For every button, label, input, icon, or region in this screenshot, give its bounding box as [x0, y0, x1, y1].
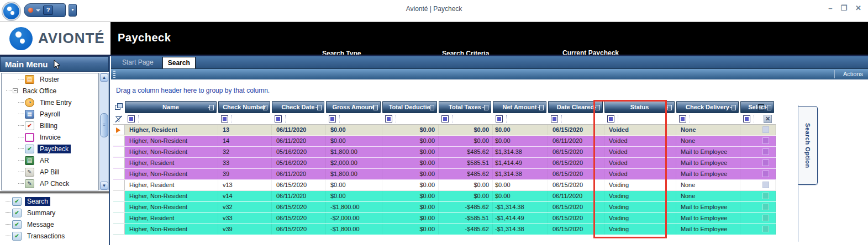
filter-cell-name[interactable] [125, 113, 218, 124]
column-header-name[interactable]: Name [125, 101, 217, 113]
row-select-checkbox[interactable] [762, 148, 769, 155]
column-header-gross_amount[interactable]: Gross Amount [326, 101, 381, 113]
pin-icon[interactable] [538, 105, 544, 110]
pin-icon[interactable] [372, 105, 378, 110]
row-marker-cell[interactable] [113, 180, 125, 190]
filter-button-icon[interactable] [385, 115, 392, 122]
column-header-select[interactable]: Select [740, 101, 774, 113]
row-select-checkbox[interactable] [762, 193, 769, 199]
scroll-thumb[interactable]: ≡ [100, 113, 108, 137]
sidebar-item-summary[interactable]: ✔Summary [1, 207, 109, 219]
tree-scrollbar[interactable]: ▲ ≡ ▼ [99, 73, 109, 190]
filter-cell-select[interactable]: ✕ [740, 113, 776, 124]
filter-button-icon[interactable] [551, 115, 558, 122]
table-row[interactable]: Higher, Residentv3306/15/2020-$2,000.00$… [113, 213, 776, 224]
restore-button[interactable]: ❐ [840, 4, 847, 12]
filter-button-icon[interactable] [221, 115, 228, 122]
row-select-checkbox[interactable] [762, 182, 769, 188]
row-select-checkbox[interactable] [762, 226, 769, 232]
pin-icon[interactable] [428, 105, 434, 110]
sidebar-item-ap-bill[interactable]: ✎AP Bill [2, 166, 98, 178]
filter-cell-total_deduction[interactable] [382, 113, 439, 124]
scroll-up-button[interactable]: ▲ [100, 73, 108, 82]
minimize-button[interactable]: – [828, 4, 832, 12]
filter-cell-check_date[interactable] [272, 113, 326, 124]
filter-cell-total_taxes[interactable] [439, 113, 493, 124]
tab-search[interactable]: Search [162, 57, 196, 68]
toolbar-grip-icon[interactable] [113, 71, 115, 78]
row-select-checkbox[interactable] [762, 171, 769, 177]
sidebar-item-back-office[interactable]: Back Office [2, 85, 98, 97]
pin-icon[interactable] [666, 105, 672, 110]
row-select-checkbox[interactable] [762, 204, 769, 210]
filter-button-icon[interactable] [275, 115, 282, 122]
sidebar-item-message[interactable]: ✔Message [1, 219, 109, 230]
filter-cell-check_delivery[interactable] [676, 113, 740, 124]
scroll-down-button[interactable]: ▼ [100, 182, 108, 190]
table-row[interactable]: Higher, Non-Resident3205/16/2020$1,800.0… [113, 147, 776, 158]
sidebar-item-search[interactable]: ✔Search [1, 195, 109, 207]
sidebar-splitter[interactable] [0, 191, 109, 194]
row-select-checkbox[interactable] [762, 137, 769, 144]
close-button[interactable]: ✕ [855, 4, 861, 12]
column-header-check_number[interactable]: Check Number [218, 101, 270, 113]
grid-corner-cell[interactable] [113, 101, 125, 113]
filter-button-icon[interactable] [128, 115, 135, 122]
row-marker-cell[interactable] [113, 202, 125, 212]
row-marker-cell[interactable] [113, 147, 125, 157]
sidebar-item-billing[interactable]: ✔Billing [2, 120, 98, 131]
pin-icon[interactable] [315, 105, 322, 110]
sidebar-item-transactions[interactable]: ✔Transactions [1, 230, 109, 242]
row-marker-cell[interactable] [113, 224, 125, 235]
column-header-total_deduction[interactable]: Total Deductio [382, 101, 437, 113]
row-marker-cell[interactable] [113, 125, 125, 135]
row-marker-cell[interactable] [113, 136, 125, 146]
row-select-checkbox[interactable] [762, 126, 769, 133]
filter-button-icon[interactable] [607, 115, 614, 122]
tab-start-page[interactable]: Start Page [115, 57, 160, 68]
row-marker-cell[interactable] [113, 169, 125, 179]
actions-menu[interactable]: Actions [843, 71, 863, 77]
row-select-checkbox[interactable] [762, 159, 769, 166]
column-header-total_taxes[interactable]: Total Taxes [439, 101, 491, 113]
filter-button-icon[interactable] [496, 115, 503, 122]
sidebar-item-payroll[interactable]: ▦Payroll [2, 108, 98, 120]
row-select-checkbox[interactable] [762, 215, 769, 221]
sidebar-item-time-entry[interactable]: ◔Time Entry [2, 97, 98, 108]
row-marker-cell[interactable] [113, 213, 125, 223]
pin-icon[interactable] [208, 105, 214, 110]
sidebar-item-invoice[interactable]: Invoice [2, 131, 98, 143]
column-header-net_amount[interactable]: Net Amount [493, 101, 546, 113]
column-header-check_delivery[interactable]: Check Delivery [676, 101, 739, 113]
search-option-tab[interactable]: Search Option [798, 106, 818, 185]
filter-button-icon[interactable] [743, 115, 750, 122]
clear-selection-button[interactable]: ✕ [764, 115, 772, 123]
column-header-check_date[interactable]: Check Date [272, 101, 324, 113]
table-row[interactable]: Higher, Residentv1306/15/2020$0.00$0.00$… [113, 180, 776, 191]
expand-collapse-icon[interactable] [13, 88, 18, 93]
row-marker-cell[interactable] [113, 158, 125, 168]
sidebar-item-paycheck[interactable]: ✔Paycheck [2, 143, 98, 155]
filter-corner-cell[interactable] [113, 113, 125, 124]
pin-icon[interactable] [482, 105, 488, 110]
filter-button-icon[interactable] [679, 115, 686, 122]
filter-button-icon[interactable] [441, 115, 449, 122]
column-header-status[interactable]: Status [604, 101, 675, 113]
table-row[interactable]: Higher, Non-Resident3906/11/2020$1,800.0… [113, 169, 776, 180]
filter-cell-net_amount[interactable] [493, 113, 548, 124]
sidebar-item-ap-check[interactable]: ✎AP Check [2, 178, 98, 189]
pin-icon[interactable] [730, 105, 736, 110]
sidebar-item-ar[interactable]: ▤AR [2, 155, 98, 166]
filter-cell-check_number[interactable] [218, 113, 272, 124]
filter-cell-date_cleared[interactable] [548, 113, 604, 124]
table-row[interactable]: Higher, Resident1306/11/2020$0.00$0.00$0… [113, 125, 776, 136]
pin-icon[interactable] [261, 105, 267, 110]
column-header-date_cleared[interactable]: Date Cleared [548, 101, 603, 113]
row-marker-cell[interactable] [113, 191, 125, 201]
table-row[interactable]: Higher, Non-Residentv1406/11/2020$0.00$0… [113, 191, 776, 202]
pin-icon[interactable] [594, 105, 600, 110]
filter-button-icon[interactable] [329, 115, 336, 122]
table-row[interactable]: Higher, Resident3305/16/2020$2,000.00$0.… [113, 158, 776, 169]
table-row[interactable]: Higher, Non-Residentv3206/15/2020-$1,800… [113, 202, 776, 213]
select-all-checkbox[interactable] [758, 104, 764, 110]
